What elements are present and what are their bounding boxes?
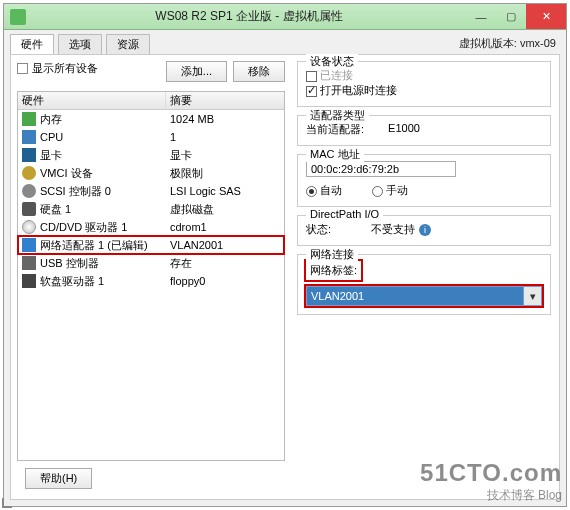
net-icon (22, 238, 36, 252)
mac-legend: MAC 地址 (306, 147, 364, 162)
hw-row-disp[interactable]: 显卡显卡 (18, 146, 284, 164)
mac-manual-label: 手动 (386, 184, 408, 196)
hw-summary: VLAN2001 (166, 239, 284, 251)
mac-manual-radio[interactable] (372, 186, 383, 197)
help-button[interactable]: 帮助(H) (25, 468, 92, 489)
hw-row-net[interactable]: 网络适配器 1 (已编辑)VLAN2001 (18, 236, 284, 254)
mac-auto-radio[interactable] (306, 186, 317, 197)
window-title: WS08 R2 SP1 企业版 - 虚拟机属性 (32, 8, 466, 25)
disp-icon (22, 148, 36, 162)
show-all-devices-label: 显示所有设备 (32, 61, 98, 76)
hw-row-disk[interactable]: 硬盘 1虚拟磁盘 (18, 200, 284, 218)
directpath-value: 不受支持 (371, 223, 415, 235)
titlebar: WS08 R2 SP1 企业版 - 虚拟机属性 — ▢ ✕ (4, 4, 566, 30)
network-label-combo[interactable]: VLAN2001 ▾ (306, 286, 542, 306)
hw-name: 网络适配器 1 (已编辑) (40, 238, 148, 253)
hw-name: 软盘驱动器 1 (40, 274, 104, 289)
usb-icon (22, 256, 36, 270)
remove-button[interactable]: 移除 (233, 61, 285, 82)
adapter-type-value: E1000 (388, 122, 420, 137)
adapter-type-legend: 适配器类型 (306, 108, 369, 123)
info-icon[interactable]: i (419, 224, 431, 236)
hw-name: CD/DVD 驱动器 1 (40, 220, 127, 235)
mem-icon (22, 112, 36, 126)
maximize-button[interactable]: ▢ (496, 4, 526, 29)
hw-name: 内存 (40, 112, 62, 127)
hw-row-cd[interactable]: CD/DVD 驱动器 1cdrom1 (18, 218, 284, 236)
cd-icon (22, 220, 36, 234)
col-header-hardware: 硬件 (18, 92, 166, 109)
watermark-small: 技术博客 Blog (420, 487, 562, 504)
app-icon (10, 9, 26, 25)
floppy-icon (22, 274, 36, 288)
hardware-list: 硬件 摘要 内存1024 MBCPU1显卡显卡VMCI 设备极限制SCSI 控制… (17, 91, 285, 461)
hw-row-floppy[interactable]: 软盘驱动器 1floppy0 (18, 272, 284, 290)
hw-row-usb[interactable]: USB 控制器存在 (18, 254, 284, 272)
scsi-icon (22, 184, 36, 198)
connected-checkbox[interactable] (306, 71, 317, 82)
hw-summary: 显卡 (166, 148, 284, 163)
hw-name: SCSI 控制器 0 (40, 184, 111, 199)
hw-row-mem[interactable]: 内存1024 MB (18, 110, 284, 128)
vmci-icon (22, 166, 36, 180)
poweron-connect-label: 打开电源时连接 (320, 84, 397, 96)
hw-summary: 1024 MB (166, 113, 284, 125)
network-label-value: VLAN2001 (307, 290, 523, 302)
chevron-down-icon[interactable]: ▾ (523, 287, 541, 305)
watermark-big: 51CTO.com (420, 459, 562, 487)
poweron-connect-checkbox[interactable] (306, 86, 317, 97)
mac-auto-label: 自动 (320, 184, 342, 196)
connected-label: 已连接 (320, 69, 353, 81)
netconn-legend: 网络连接 (306, 247, 358, 262)
hw-summary: 极限制 (166, 166, 284, 181)
group-directpath: DirectPath I/O 状态: 不受支持i (297, 215, 551, 246)
hw-name: 显卡 (40, 148, 62, 163)
group-adapter-type: 适配器类型 当前适配器: E1000 (297, 115, 551, 146)
tab-options[interactable]: 选项 (58, 34, 102, 54)
add-button[interactable]: 添加... (166, 61, 227, 82)
tab-hardware[interactable]: 硬件 (10, 34, 54, 54)
hw-summary: 存在 (166, 256, 284, 271)
hw-summary: LSI Logic SAS (166, 185, 284, 197)
directpath-label: 状态: (306, 222, 331, 237)
group-device-status: 设备状态 已连接 打开电源时连接 (297, 61, 551, 107)
hw-name: CPU (40, 131, 63, 143)
directpath-legend: DirectPath I/O (306, 208, 383, 220)
hw-row-vmci[interactable]: VMCI 设备极限制 (18, 164, 284, 182)
hw-summary: 虚拟磁盘 (166, 202, 284, 217)
disk-icon (22, 202, 36, 216)
mac-field[interactable]: 00:0c:29:d6:79:2b (306, 161, 456, 177)
show-all-devices-checkbox[interactable] (17, 63, 28, 74)
hw-row-scsi[interactable]: SCSI 控制器 0LSI Logic SAS (18, 182, 284, 200)
minimize-button[interactable]: — (466, 4, 496, 29)
group-network-connection: 网络连接 网络标签: VLAN2001 ▾ (297, 254, 551, 315)
col-header-summary: 摘要 (166, 92, 284, 109)
hw-summary: floppy0 (166, 275, 284, 287)
network-label-text: 网络标签: (306, 261, 361, 280)
group-mac: MAC 地址 00:0c:29:d6:79:2b 自动 手动 (297, 154, 551, 207)
hw-summary: cdrom1 (166, 221, 284, 233)
hw-name: 硬盘 1 (40, 202, 71, 217)
hw-row-cpu[interactable]: CPU1 (18, 128, 284, 146)
hw-summary: 1 (166, 131, 284, 143)
hw-name: USB 控制器 (40, 256, 99, 271)
device-status-legend: 设备状态 (306, 54, 358, 69)
close-button[interactable]: ✕ (526, 4, 566, 29)
tab-resources[interactable]: 资源 (106, 34, 150, 54)
watermark: 51CTO.com 技术博客 Blog (420, 459, 562, 504)
adapter-type-label: 当前适配器: (306, 122, 364, 137)
hw-name: VMCI 设备 (40, 166, 93, 181)
vm-version-label: 虚拟机版本: vmx-09 (459, 36, 556, 51)
corner-mark (2, 498, 12, 508)
cpu-icon (22, 130, 36, 144)
